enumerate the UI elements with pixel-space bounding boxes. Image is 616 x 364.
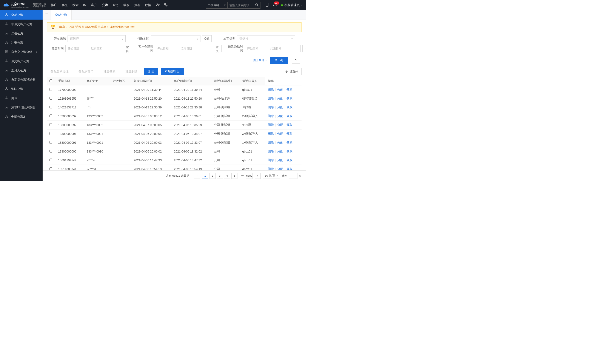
claim-link[interactable]: 领取 xyxy=(286,97,293,100)
sidebar-item-3[interactable]: 注安公海 xyxy=(0,38,43,47)
pager-page-2[interactable]: 2 xyxy=(209,173,216,179)
column-settings-button[interactable]: ⚙设置列 xyxy=(282,68,302,75)
delete-link[interactable]: 删除 xyxy=(268,167,274,170)
claim-link[interactable]: 领取 xyxy=(286,141,293,144)
sidebar-item-6[interactable]: 五月天公海 xyxy=(0,66,43,75)
region-null-button[interactable]: 空值 xyxy=(202,35,212,42)
nav-item-6[interactable]: 财务 xyxy=(113,3,119,7)
page-size-select[interactable]: 10 条/页∨ xyxy=(263,173,280,179)
claim-link[interactable]: 领取 xyxy=(286,88,293,91)
claim-link[interactable]: 领取 xyxy=(286,167,293,170)
assign-link[interactable]: 分配 xyxy=(277,167,283,170)
delete-link[interactable]: 删除 xyxy=(268,88,274,91)
sidebar-item-0[interactable]: 全部公海 xyxy=(0,10,43,20)
nav-item-2[interactable]: 线索 xyxy=(73,3,78,7)
claim-link[interactable]: 领取 xyxy=(286,132,293,135)
pager-page-4[interactable]: 4 xyxy=(224,173,230,179)
pager-jump-input[interactable] xyxy=(289,173,297,179)
assign-link[interactable]: 分配 xyxy=(277,158,283,162)
add-user-icon[interactable] xyxy=(156,3,160,8)
row-checkbox[interactable] xyxy=(50,158,52,161)
assign-link[interactable]: 分配 xyxy=(277,88,283,91)
region-select[interactable]: ∨ xyxy=(151,35,200,42)
expand-filters-link[interactable]: 展开条件∨ xyxy=(253,58,267,62)
delete-link[interactable]: 删除 xyxy=(268,114,274,118)
create-time-null-button[interactable]: 空值 xyxy=(213,45,221,52)
search-button[interactable]: 查 询 xyxy=(270,57,288,64)
batch-delete-button[interactable]: 批量删除 xyxy=(122,68,141,75)
sidebar-item-11[interactable]: 全部公海2 xyxy=(0,112,43,121)
nav-item-8[interactable]: 报名 xyxy=(134,3,140,7)
nav-item-4[interactable]: 客户 xyxy=(91,3,97,7)
export-button[interactable]: 导 出 xyxy=(144,68,158,75)
claim-link[interactable]: 领取 xyxy=(286,105,293,109)
friend-source-select[interactable]: 请选择∨ xyxy=(67,35,126,42)
delete-link[interactable]: 删除 xyxy=(268,97,274,100)
assign-dept-button[interactable]: 分配到部门 xyxy=(75,68,97,75)
sidebar-item-9[interactable]: 测试 xyxy=(0,94,43,103)
assign-link[interactable]: 分配 xyxy=(277,132,283,135)
sidebar-item-8[interactable]: 消防公海 xyxy=(0,84,43,94)
claim-link[interactable]: 领取 xyxy=(286,158,293,162)
search-type-select[interactable]: 手机号码▽ xyxy=(206,2,228,8)
assign-link[interactable]: 分配 xyxy=(277,105,283,109)
row-checkbox[interactable] xyxy=(50,141,52,144)
delete-link[interactable]: 删除 xyxy=(268,105,274,109)
pager-next[interactable]: › xyxy=(255,173,261,179)
abandon-time-null-button[interactable]: 空值 xyxy=(123,45,132,52)
sidebar-item-1[interactable]: 非成交客户公海 xyxy=(0,20,43,29)
claim-link[interactable]: 领取 xyxy=(286,114,293,118)
mobile-icon[interactable] xyxy=(265,3,269,8)
refresh-button[interactable]: ↻ xyxy=(292,57,300,64)
nav-item-7[interactable]: 学服 xyxy=(123,3,129,7)
delete-link[interactable]: 删除 xyxy=(268,150,274,153)
sidebar-item-10[interactable]: 测试昨日回库数据 xyxy=(0,103,43,112)
logo[interactable]: 云朵CRM www.yunduocrm.com 教育机构一站式服务云平台 xyxy=(3,2,46,8)
assign-link[interactable]: 分配 xyxy=(277,150,283,153)
select-all-checkbox[interactable] xyxy=(50,79,52,82)
delete-link[interactable]: 删除 xyxy=(268,123,274,127)
bell-icon[interactable]: 99+ xyxy=(273,3,277,8)
delete-link[interactable]: 删除 xyxy=(268,132,274,135)
pager-prev[interactable]: ‹ xyxy=(194,173,200,179)
collapse-icon[interactable]: ☰ xyxy=(45,13,48,17)
user-menu[interactable]: 机构管理员 ▾ xyxy=(281,3,302,7)
abandon-type-select[interactable]: 请选择∨ xyxy=(237,35,295,42)
row-checkbox[interactable] xyxy=(50,115,52,117)
batch-claim-button[interactable]: 批量领取 xyxy=(100,68,119,75)
abandon-time-range[interactable]: 开始日期~结束日期 xyxy=(65,45,121,52)
search-input[interactable] xyxy=(228,2,253,8)
pager-page-1[interactable]: 1 xyxy=(202,173,208,179)
sidebar-item-7[interactable]: 自定义公海过滤器 xyxy=(0,75,43,84)
call-time-range[interactable]: 开始日期~结束日期 xyxy=(245,45,301,52)
row-checkbox[interactable] xyxy=(50,88,52,91)
nav-item-1[interactable]: 客服 xyxy=(62,3,68,7)
sidebar-item-5[interactable]: 成交客户公海 xyxy=(0,57,43,66)
row-checkbox[interactable] xyxy=(50,150,52,153)
pager-last[interactable]: 6882 xyxy=(246,173,253,179)
search-icon[interactable] xyxy=(253,3,260,7)
sidebar-item-4[interactable]: 自定义公海分组∨ xyxy=(0,47,43,57)
sidebar-item-2[interactable]: 二咨公海 xyxy=(0,29,43,38)
tab-all-sea[interactable]: 全部公海 xyxy=(51,10,72,20)
nav-item-0[interactable]: 推广 xyxy=(51,3,57,7)
nav-item-9[interactable]: 数据 xyxy=(145,3,151,7)
export-plain-button[interactable]: 不加密导出 xyxy=(161,68,184,75)
pager-page-5[interactable]: 5 xyxy=(231,173,237,179)
assign-manager-button[interactable]: 分配客户经理 xyxy=(47,68,72,75)
row-checkbox[interactable] xyxy=(50,132,52,135)
row-checkbox[interactable] xyxy=(50,123,52,126)
add-tab-icon[interactable]: + xyxy=(72,13,81,17)
call-time-null-button[interactable]: 空值 xyxy=(302,45,306,52)
pager-page-3[interactable]: 3 xyxy=(217,173,223,179)
create-time-range[interactable]: 开始日期~结束日期 xyxy=(155,45,211,52)
delete-link[interactable]: 删除 xyxy=(268,141,274,144)
assign-link[interactable]: 分配 xyxy=(277,97,283,100)
row-checkbox[interactable] xyxy=(50,106,52,108)
nav-item-5[interactable]: 公海 xyxy=(102,3,108,7)
assign-link[interactable]: 分配 xyxy=(277,114,283,118)
assign-link[interactable]: 分配 xyxy=(277,123,283,127)
nav-item-3[interactable]: IM xyxy=(83,3,87,7)
row-checkbox[interactable] xyxy=(50,97,52,100)
assign-link[interactable]: 分配 xyxy=(277,141,283,144)
